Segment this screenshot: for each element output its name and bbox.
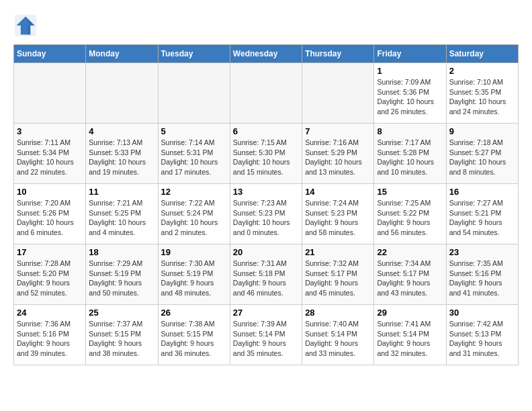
day-info: Sunrise: 7:20 AM Sunset: 5:26 PM Dayligh… [17, 198, 83, 238]
calendar-cell: 3Sunrise: 7:11 AM Sunset: 5:34 PM Daylig… [14, 124, 86, 184]
day-number: 6 [233, 126, 299, 136]
calendar-cell: 25Sunrise: 7:37 AM Sunset: 5:15 PM Dayli… [86, 305, 158, 365]
day-info: Sunrise: 7:15 AM Sunset: 5:30 PM Dayligh… [233, 138, 299, 177]
day-info: Sunrise: 7:36 AM Sunset: 5:16 PM Dayligh… [17, 319, 83, 359]
day-number: 21 [305, 247, 371, 257]
day-info: Sunrise: 7:14 AM Sunset: 5:31 PM Dayligh… [161, 138, 227, 177]
calendar-cell: 20Sunrise: 7:31 AM Sunset: 5:18 PM Dayli… [230, 244, 302, 305]
day-number: 17 [17, 247, 83, 257]
logo-icon [13, 13, 38, 38]
day-info: Sunrise: 7:38 AM Sunset: 5:15 PM Dayligh… [161, 319, 227, 359]
day-number: 20 [233, 247, 299, 257]
calendar-week-row: 17Sunrise: 7:28 AM Sunset: 5:20 PM Dayli… [14, 244, 519, 305]
calendar-cell: 2Sunrise: 7:10 AM Sunset: 5:35 PM Daylig… [446, 63, 518, 124]
day-number: 30 [449, 308, 515, 318]
weekday-header: Friday [374, 45, 446, 63]
calendar-cell: 23Sunrise: 7:35 AM Sunset: 5:16 PM Dayli… [446, 244, 518, 305]
day-number: 3 [17, 126, 83, 136]
day-info: Sunrise: 7:28 AM Sunset: 5:20 PM Dayligh… [17, 259, 83, 298]
calendar-week-row: 24Sunrise: 7:36 AM Sunset: 5:16 PM Dayli… [14, 305, 519, 365]
calendar-cell: 22Sunrise: 7:34 AM Sunset: 5:17 PM Dayli… [374, 244, 446, 305]
day-info: Sunrise: 7:23 AM Sunset: 5:23 PM Dayligh… [233, 198, 299, 238]
calendar-cell: 24Sunrise: 7:36 AM Sunset: 5:16 PM Dayli… [14, 305, 86, 365]
day-number: 8 [377, 126, 443, 136]
calendar-week-row: 10Sunrise: 7:20 AM Sunset: 5:26 PM Dayli… [14, 184, 519, 244]
calendar-cell [158, 63, 230, 124]
calendar-cell: 30Sunrise: 7:42 AM Sunset: 5:13 PM Dayli… [446, 305, 518, 365]
day-info: Sunrise: 7:09 AM Sunset: 5:36 PM Dayligh… [377, 77, 443, 117]
calendar-week-row: 1Sunrise: 7:09 AM Sunset: 5:36 PM Daylig… [14, 63, 519, 124]
calendar-cell: 10Sunrise: 7:20 AM Sunset: 5:26 PM Dayli… [14, 184, 86, 244]
calendar-cell: 15Sunrise: 7:25 AM Sunset: 5:22 PM Dayli… [374, 184, 446, 244]
day-info: Sunrise: 7:17 AM Sunset: 5:28 PM Dayligh… [377, 138, 443, 177]
calendar-cell [86, 63, 158, 124]
day-number: 12 [161, 187, 227, 197]
day-number: 9 [449, 126, 515, 136]
day-number: 15 [377, 187, 443, 197]
weekday-header: Tuesday [158, 45, 230, 63]
day-info: Sunrise: 7:34 AM Sunset: 5:17 PM Dayligh… [377, 259, 443, 298]
day-number: 26 [161, 308, 227, 318]
calendar-cell [230, 63, 302, 124]
day-number: 27 [233, 308, 299, 318]
calendar-cell: 19Sunrise: 7:30 AM Sunset: 5:19 PM Dayli… [158, 244, 230, 305]
day-info: Sunrise: 7:40 AM Sunset: 5:14 PM Dayligh… [305, 319, 371, 359]
day-info: Sunrise: 7:21 AM Sunset: 5:25 PM Dayligh… [89, 198, 154, 238]
day-number: 22 [377, 247, 443, 257]
day-number: 5 [161, 126, 227, 136]
calendar-cell: 17Sunrise: 7:28 AM Sunset: 5:20 PM Dayli… [14, 244, 86, 305]
day-info: Sunrise: 7:29 AM Sunset: 5:19 PM Dayligh… [89, 259, 154, 298]
day-number: 29 [377, 308, 443, 318]
day-number: 18 [89, 247, 154, 257]
calendar-week-row: 3Sunrise: 7:11 AM Sunset: 5:34 PM Daylig… [14, 124, 519, 184]
day-info: Sunrise: 7:31 AM Sunset: 5:18 PM Dayligh… [233, 259, 299, 298]
day-info: Sunrise: 7:16 AM Sunset: 5:29 PM Dayligh… [305, 138, 371, 177]
day-info: Sunrise: 7:37 AM Sunset: 5:15 PM Dayligh… [89, 319, 154, 359]
calendar-cell: 21Sunrise: 7:32 AM Sunset: 5:17 PM Dayli… [302, 244, 374, 305]
calendar-cell: 27Sunrise: 7:39 AM Sunset: 5:14 PM Dayli… [230, 305, 302, 365]
day-info: Sunrise: 7:10 AM Sunset: 5:35 PM Dayligh… [449, 77, 515, 117]
weekday-header: Monday [86, 45, 158, 63]
calendar-cell: 4Sunrise: 7:13 AM Sunset: 5:33 PM Daylig… [86, 124, 158, 184]
day-info: Sunrise: 7:11 AM Sunset: 5:34 PM Dayligh… [17, 138, 83, 177]
calendar-cell [302, 63, 374, 124]
day-number: 23 [449, 247, 515, 257]
calendar-cell: 7Sunrise: 7:16 AM Sunset: 5:29 PM Daylig… [302, 124, 374, 184]
calendar-cell: 13Sunrise: 7:23 AM Sunset: 5:23 PM Dayli… [230, 184, 302, 244]
day-info: Sunrise: 7:24 AM Sunset: 5:23 PM Dayligh… [305, 198, 371, 238]
calendar-cell: 5Sunrise: 7:14 AM Sunset: 5:31 PM Daylig… [158, 124, 230, 184]
day-info: Sunrise: 7:22 AM Sunset: 5:24 PM Dayligh… [161, 198, 227, 238]
day-info: Sunrise: 7:32 AM Sunset: 5:17 PM Dayligh… [305, 259, 371, 298]
weekday-header: Sunday [14, 45, 86, 63]
day-info: Sunrise: 7:13 AM Sunset: 5:33 PM Dayligh… [89, 138, 154, 177]
day-info: Sunrise: 7:35 AM Sunset: 5:16 PM Dayligh… [449, 259, 515, 298]
weekday-header: Wednesday [230, 45, 302, 63]
calendar-cell: 9Sunrise: 7:18 AM Sunset: 5:27 PM Daylig… [446, 124, 518, 184]
day-number: 7 [305, 126, 371, 136]
day-number: 4 [89, 126, 154, 136]
day-info: Sunrise: 7:18 AM Sunset: 5:27 PM Dayligh… [449, 138, 515, 177]
day-info: Sunrise: 7:42 AM Sunset: 5:13 PM Dayligh… [449, 319, 515, 359]
day-number: 28 [305, 308, 371, 318]
day-number: 1 [377, 66, 443, 76]
calendar-cell: 14Sunrise: 7:24 AM Sunset: 5:23 PM Dayli… [302, 184, 374, 244]
calendar-cell: 18Sunrise: 7:29 AM Sunset: 5:19 PM Dayli… [86, 244, 158, 305]
weekday-header: Thursday [302, 45, 374, 63]
day-info: Sunrise: 7:30 AM Sunset: 5:19 PM Dayligh… [161, 259, 227, 298]
day-number: 11 [89, 187, 154, 197]
day-number: 2 [449, 66, 515, 76]
calendar-cell: 6Sunrise: 7:15 AM Sunset: 5:30 PM Daylig… [230, 124, 302, 184]
calendar-cell: 28Sunrise: 7:40 AM Sunset: 5:14 PM Dayli… [302, 305, 374, 365]
calendar-cell: 26Sunrise: 7:38 AM Sunset: 5:15 PM Dayli… [158, 305, 230, 365]
calendar-cell: 12Sunrise: 7:22 AM Sunset: 5:24 PM Dayli… [158, 184, 230, 244]
day-info: Sunrise: 7:27 AM Sunset: 5:21 PM Dayligh… [449, 198, 515, 238]
page-header [13, 13, 519, 38]
calendar-cell: 16Sunrise: 7:27 AM Sunset: 5:21 PM Dayli… [446, 184, 518, 244]
day-number: 13 [233, 187, 299, 197]
day-info: Sunrise: 7:25 AM Sunset: 5:22 PM Dayligh… [377, 198, 443, 238]
day-info: Sunrise: 7:41 AM Sunset: 5:14 PM Dayligh… [377, 319, 443, 359]
calendar-cell [14, 63, 86, 124]
calendar-cell: 1Sunrise: 7:09 AM Sunset: 5:36 PM Daylig… [374, 63, 446, 124]
calendar-table: SundayMondayTuesdayWednesdayThursdayFrid… [13, 44, 519, 365]
day-number: 19 [161, 247, 227, 257]
